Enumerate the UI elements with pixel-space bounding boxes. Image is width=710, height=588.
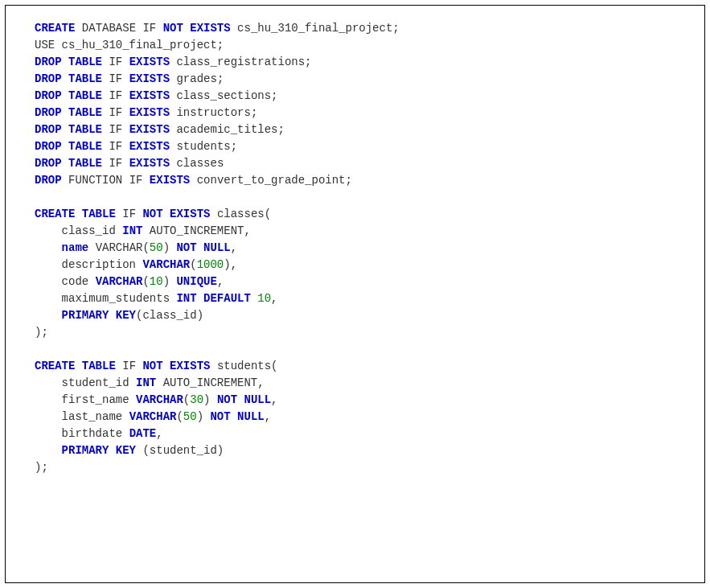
code-token: USE cs_hu_310_final_project; bbox=[35, 39, 224, 51]
code-token: DROP TABLE bbox=[35, 106, 102, 119]
code-token: 30 bbox=[190, 393, 203, 406]
code-token: EXISTS bbox=[129, 106, 170, 119]
code-token: , bbox=[231, 241, 237, 254]
page-frame: CREATE DATABASE IF NOT EXISTS cs_hu_310_… bbox=[0, 0, 710, 588]
code-token: student_id bbox=[35, 376, 129, 389]
code-token: 50 bbox=[150, 241, 163, 254]
code-token: IF bbox=[122, 360, 136, 372]
code-token: PRIMARY KEY bbox=[62, 444, 136, 457]
code-token: UNIQUE bbox=[176, 275, 216, 288]
code-token: IF bbox=[109, 56, 122, 68]
code-token: DROP TABLE bbox=[35, 140, 102, 153]
code-token: description bbox=[35, 258, 136, 271]
code-token: VARCHAR bbox=[129, 410, 177, 423]
code-token: INT bbox=[136, 376, 156, 389]
code-token: convert_to_grade_point; bbox=[197, 174, 352, 187]
code-token: CREATE TABLE bbox=[35, 208, 116, 220]
code-token: ( bbox=[190, 258, 196, 271]
code-token: class_registrations; bbox=[176, 56, 311, 68]
code-token: ) bbox=[163, 275, 170, 288]
code-token: DROP TABLE bbox=[35, 89, 102, 102]
code-token: class_sections; bbox=[176, 89, 277, 102]
code-token: ( bbox=[176, 410, 183, 423]
code-token: ( bbox=[183, 393, 190, 406]
code-token bbox=[35, 309, 62, 322]
code-token: students( bbox=[217, 360, 278, 372]
code-token: NOT NULL bbox=[210, 410, 264, 423]
code-token: EXISTS bbox=[129, 72, 170, 85]
code-token: IF bbox=[109, 123, 122, 136]
code-token: DATE bbox=[129, 427, 157, 440]
code-token: classes( bbox=[217, 208, 271, 220]
code-token: IF bbox=[109, 106, 122, 119]
code-token: grades; bbox=[176, 72, 224, 85]
code-token: VARCHAR bbox=[96, 241, 143, 254]
code-token: , bbox=[265, 410, 271, 423]
code-token: AUTO_INCREMENT, bbox=[150, 224, 251, 237]
code-token: ); bbox=[35, 461, 48, 474]
code-token: INT DEFAULT bbox=[176, 292, 250, 305]
code-token: NOT EXISTS bbox=[163, 22, 231, 35]
code-token: cs_hu_310_final_project; bbox=[237, 22, 400, 35]
code-token: NOT NULL bbox=[176, 241, 230, 254]
code-token: name bbox=[62, 241, 89, 254]
code-token bbox=[35, 241, 62, 254]
code-token: IF bbox=[122, 208, 136, 220]
code-token: EXISTS bbox=[129, 56, 170, 68]
code-token: NOT EXISTS bbox=[142, 360, 210, 372]
code-token: CREATE bbox=[35, 22, 75, 35]
code-token: DATABASE IF bbox=[82, 22, 156, 35]
code-token: EXISTS bbox=[129, 157, 170, 170]
code-token: AUTO_INCREMENT, bbox=[163, 376, 265, 389]
code-token: (class_id) bbox=[136, 309, 203, 322]
code-token: EXISTS bbox=[129, 89, 170, 102]
code-token: academic_titles; bbox=[176, 123, 284, 136]
code-token: ) bbox=[163, 241, 170, 254]
code-token: EXISTS bbox=[129, 140, 170, 153]
code-token: ) bbox=[197, 410, 203, 423]
code-token: VARCHAR bbox=[142, 258, 190, 271]
code-token: IF bbox=[109, 72, 122, 85]
code-token bbox=[35, 444, 62, 457]
code-token: ); bbox=[35, 326, 48, 339]
code-token: DROP TABLE bbox=[35, 56, 102, 68]
code-token: , bbox=[271, 292, 277, 305]
code-token: birthdate bbox=[35, 427, 122, 440]
code-token: CREATE TABLE bbox=[35, 360, 116, 372]
code-token: DROP TABLE bbox=[35, 157, 102, 170]
code-token: 10 bbox=[150, 275, 163, 288]
code-token: maximum_students bbox=[35, 292, 170, 305]
code-token: DROP TABLE bbox=[35, 72, 102, 85]
code-token: VARCHAR bbox=[136, 393, 183, 406]
code-token: (student_id) bbox=[136, 444, 224, 457]
code-token: first_name bbox=[35, 393, 129, 406]
code-token: NOT EXISTS bbox=[142, 208, 210, 220]
code-token: DROP TABLE bbox=[35, 123, 102, 136]
code-token: ( bbox=[142, 241, 149, 254]
code-token: 50 bbox=[183, 410, 197, 423]
code-token: , bbox=[217, 275, 224, 288]
code-token: FUNCTION IF bbox=[68, 174, 142, 187]
code-token: , bbox=[156, 427, 162, 440]
code-token: DROP bbox=[35, 174, 62, 187]
code-token: VARCHAR bbox=[96, 275, 143, 288]
code-token: instructors; bbox=[176, 106, 257, 119]
code-token: IF bbox=[109, 89, 122, 102]
code-token: code bbox=[35, 275, 88, 288]
code-token: 1000 bbox=[197, 258, 224, 271]
code-token: last_name bbox=[35, 410, 122, 423]
code-token: 10 bbox=[257, 292, 271, 305]
sql-code-block: CREATE DATABASE IF NOT EXISTS cs_hu_310_… bbox=[5, 5, 705, 583]
code-token: classes bbox=[176, 157, 224, 170]
code-token: , bbox=[271, 393, 277, 406]
code-token: PRIMARY KEY bbox=[62, 309, 136, 322]
code-token: IF bbox=[109, 140, 122, 153]
code-token: NOT NULL bbox=[217, 393, 271, 406]
code-token: EXISTS bbox=[129, 123, 170, 136]
code-token: ( bbox=[142, 275, 149, 288]
code-token: IF bbox=[109, 157, 122, 170]
code-token: class_id bbox=[35, 224, 116, 237]
code-token: ), bbox=[224, 258, 237, 271]
code-token: EXISTS bbox=[150, 174, 190, 187]
code-token: ) bbox=[203, 393, 210, 406]
